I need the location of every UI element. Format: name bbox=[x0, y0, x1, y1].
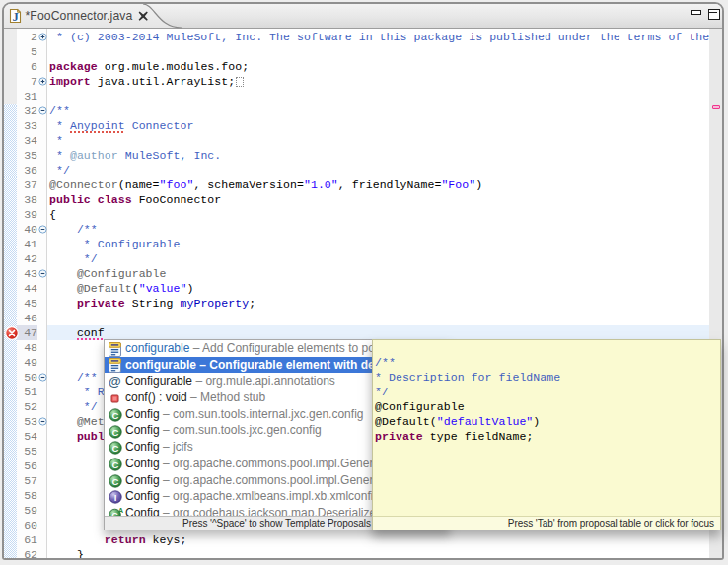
svg-text:C: C bbox=[112, 443, 119, 454]
svg-text:C: C bbox=[112, 427, 119, 438]
svg-text:C: C bbox=[112, 459, 119, 470]
svg-text:J: J bbox=[12, 10, 18, 24]
svg-text:I: I bbox=[114, 492, 117, 503]
svg-text:C: C bbox=[112, 410, 119, 421]
svg-text:A: A bbox=[118, 507, 123, 514]
svg-text:C: C bbox=[112, 476, 119, 487]
